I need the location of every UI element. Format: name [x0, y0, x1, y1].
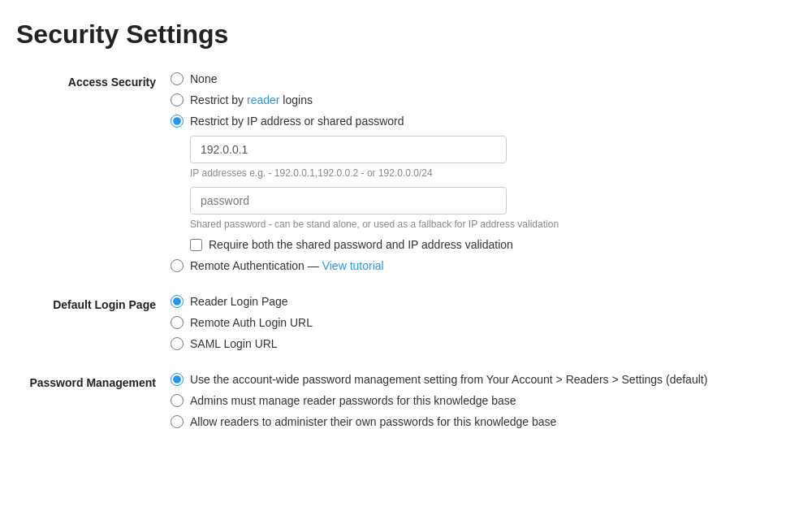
- password-input-group: Shared password - can be stand alone, or…: [190, 187, 796, 230]
- radio-remote-auth[interactable]: [171, 259, 184, 272]
- password-management-row: Password Management Use the account-wide…: [16, 373, 796, 428]
- password-management-label: Password Management: [16, 373, 171, 392]
- default-login-page-content: Reader Login Page Remote Auth Login URL …: [171, 295, 796, 350]
- access-security-label: Access Security: [16, 72, 171, 91]
- radio-remote-auth-login-label: Remote Auth Login URL: [190, 316, 313, 329]
- default-login-page-row: Default Login Page Reader Login Page Rem…: [16, 295, 796, 350]
- radio-reader-login-label: Reader Login Page: [190, 295, 288, 308]
- radio-admins-manage[interactable]: [171, 394, 184, 407]
- ip-input-group: IP addresses e.g. - 192.0.0.1,192.0.0.2 …: [190, 136, 796, 179]
- radio-readers-manage-label: Allow readers to administer their own pa…: [190, 415, 556, 428]
- radio-option-remote-auth-login[interactable]: Remote Auth Login URL: [171, 316, 796, 329]
- radio-saml-login-label: SAML Login URL: [190, 337, 278, 350]
- radio-saml-login[interactable]: [171, 337, 184, 350]
- ip-password-block: IP addresses e.g. - 192.0.0.1,192.0.0.2 …: [190, 136, 796, 251]
- restrict-reader-suffix: logins: [279, 93, 312, 106]
- radio-option-saml-login[interactable]: SAML Login URL: [171, 337, 796, 350]
- settings-form: Access Security None Restrict by reader …: [16, 72, 796, 428]
- password-management-content: Use the account-wide password management…: [171, 373, 796, 428]
- radio-readers-manage[interactable]: [171, 415, 184, 428]
- radio-option-restrict-reader[interactable]: Restrict by reader logins: [171, 93, 796, 106]
- remote-auth-prefix: Remote Authentication —: [190, 259, 322, 272]
- radio-account-wide[interactable]: [171, 373, 184, 386]
- default-login-page-label: Default Login Page: [16, 295, 171, 314]
- view-tutorial-link[interactable]: View tutorial: [322, 259, 384, 272]
- radio-option-none[interactable]: None: [171, 72, 796, 85]
- require-both-checkbox[interactable]: [190, 239, 202, 251]
- require-both-option[interactable]: Require both the shared password and IP …: [190, 238, 796, 251]
- restrict-reader-prefix: Restrict by: [190, 93, 247, 106]
- radio-option-remote-auth[interactable]: Remote Authentication — View tutorial: [171, 259, 796, 272]
- access-security-content: None Restrict by reader logins Restrict …: [171, 72, 796, 272]
- radio-reader-login[interactable]: [171, 295, 184, 308]
- radio-admins-manage-label: Admins must manage reader passwords for …: [190, 394, 516, 407]
- radio-option-reader-login[interactable]: Reader Login Page: [171, 295, 796, 308]
- radio-option-restrict-ip[interactable]: Restrict by IP address or shared passwor…: [171, 115, 796, 128]
- radio-restrict-reader[interactable]: [171, 93, 184, 106]
- password-input-hint: Shared password - can be stand alone, or…: [190, 219, 796, 230]
- radio-account-wide-label: Use the account-wide password management…: [190, 373, 707, 386]
- radio-none-label: None: [190, 72, 217, 85]
- ip-input-hint: IP addresses e.g. - 192.0.0.1,192.0.0.2 …: [190, 167, 796, 179]
- radio-none[interactable]: [171, 72, 184, 85]
- page-title: Security Settings: [16, 20, 796, 50]
- radio-option-admins-manage[interactable]: Admins must manage reader passwords for …: [171, 394, 796, 407]
- page-container: Security Settings Access Security None R…: [0, 0, 812, 461]
- radio-restrict-ip[interactable]: [171, 115, 184, 128]
- require-both-label: Require both the shared password and IP …: [209, 238, 513, 251]
- radio-restrict-ip-label: Restrict by IP address or shared passwor…: [190, 115, 404, 128]
- radio-option-readers-manage[interactable]: Allow readers to administer their own pa…: [171, 415, 796, 428]
- radio-remote-auth-login[interactable]: [171, 316, 184, 329]
- radio-remote-auth-label: Remote Authentication — View tutorial: [190, 259, 384, 272]
- password-input[interactable]: [190, 187, 507, 214]
- access-security-row: Access Security None Restrict by reader …: [16, 72, 796, 272]
- ip-address-input[interactable]: [190, 136, 507, 163]
- radio-option-account-wide[interactable]: Use the account-wide password management…: [171, 373, 796, 386]
- radio-restrict-reader-label: Restrict by reader logins: [190, 93, 313, 106]
- reader-link[interactable]: reader: [247, 93, 279, 106]
